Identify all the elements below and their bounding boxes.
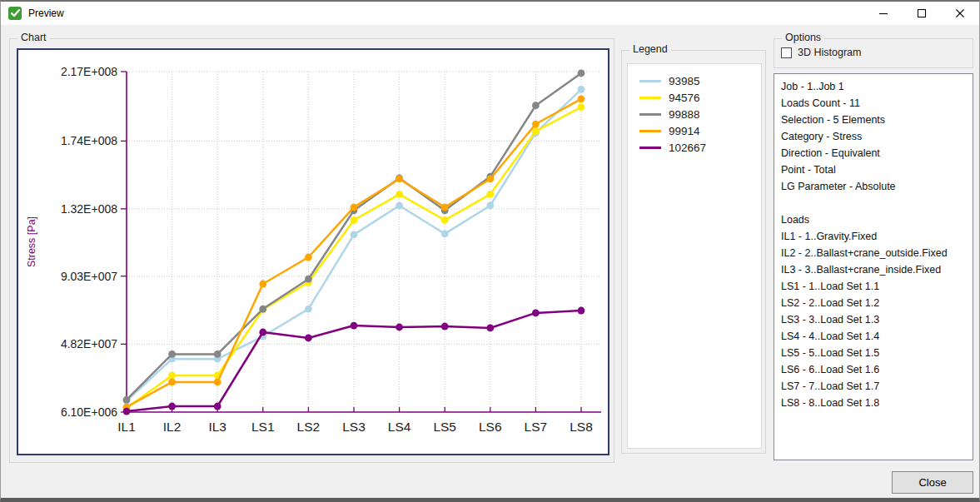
legend-groupbox-label: Legend — [629, 43, 671, 55]
svg-text:4.82E+007: 4.82E+007 — [61, 337, 117, 350]
svg-text:IL3: IL3 — [208, 420, 226, 434]
close-window-button[interactable] — [941, 2, 979, 25]
options-groupbox-label: Options — [782, 32, 824, 43]
legend-series-label: 99914 — [669, 125, 700, 137]
histogram-checkbox[interactable] — [781, 47, 792, 58]
window-title: Preview — [28, 7, 64, 19]
legend-groupbox: Legend 93985945769988899914102667 — [621, 50, 766, 454]
legend-item: 94576 — [628, 89, 761, 106]
svg-text:Stress [Pa]: Stress [Pa] — [26, 216, 37, 267]
legend-item: 99888 — [628, 106, 761, 122]
histogram-checkbox-label: 3D Histogram — [798, 47, 861, 58]
list-item: LG Parameter - Absolute — [774, 178, 973, 195]
svg-text:LS1: LS1 — [251, 420, 275, 434]
legend-series-swatch — [639, 130, 661, 132]
app-checkmark-icon — [8, 7, 22, 20]
list-item: Point - Total — [774, 162, 973, 178]
maximize-button[interactable] — [903, 2, 941, 25]
legend-series-swatch — [639, 147, 661, 149]
svg-text:LS2: LS2 — [297, 420, 321, 434]
list-item: IL3 - 3..Ballast+crane_inside.Fixed — [774, 261, 973, 278]
list-item: Selection - 5 Elements — [774, 112, 973, 128]
list-item: IL1 - 1..Gravity.Fixed — [774, 228, 973, 245]
legend-series-swatch — [639, 113, 661, 116]
svg-text:IL2: IL2 — [163, 420, 182, 434]
svg-text:1.32E+008: 1.32E+008 — [61, 202, 117, 216]
list-item: Loads Count - 11 — [774, 95, 973, 112]
list-item: Job - 1..Job 1 — [774, 78, 973, 95]
close-icon — [955, 8, 965, 18]
svg-text:LS6: LS6 — [479, 420, 502, 434]
minimize-button[interactable] — [864, 2, 903, 25]
svg-text:IL1: IL1 — [117, 420, 136, 434]
minimize-icon — [878, 8, 888, 18]
list-item: IL2 - 2..Ballast+crane_outside.Fixed — [774, 245, 973, 261]
list-item — [774, 195, 973, 211]
list-item: LS2 - 2..Load Set 1.2 — [774, 295, 973, 311]
stress-line-chart: 6.10E+0064.82E+0079.03E+0071.32E+0081.74… — [18, 50, 608, 454]
list-item: LS7 - 7..Load Set 1.7 — [774, 378, 973, 395]
options-groupbox: Options 3D Histogram — [774, 38, 973, 68]
list-item: LS8 - 8..Load Set 1.8 — [774, 395, 973, 411]
title-bar: Preview — [1, 2, 979, 25]
list-item: LS4 - 4..Load Set 1.4 — [774, 328, 973, 345]
dialog-body: Chart 6.10E+0064.82E+0079.03E+0071.32E+0… — [1, 25, 979, 498]
svg-text:1.74E+008: 1.74E+008 — [61, 134, 117, 147]
svg-text:LS8: LS8 — [570, 420, 593, 434]
svg-text:9.03E+007: 9.03E+007 — [61, 270, 117, 283]
chart-groupbox-label: Chart — [17, 32, 50, 43]
list-item: LS5 - 5..Load Set 1.5 — [774, 345, 973, 361]
list-item: LS1 - 1..Load Set 1.1 — [774, 278, 973, 295]
histogram-checkbox-row[interactable]: 3D Histogram — [781, 47, 861, 58]
svg-text:LS3: LS3 — [342, 420, 366, 434]
svg-text:LS7: LS7 — [525, 420, 548, 434]
list-item: LS3 - 3..Load Set 1.3 — [774, 311, 973, 328]
legend-item: 93985 — [628, 72, 761, 89]
svg-text:LS4: LS4 — [388, 420, 411, 434]
info-listbox[interactable]: Job - 1..Job 1Loads Count - 11Selection … — [774, 73, 973, 460]
preview-window: Preview Chart 6. — [0, 0, 980, 502]
legend-item: 99914 — [628, 122, 761, 139]
legend-series-label: 94576 — [669, 92, 700, 104]
chart-canvas: 6.10E+0064.82E+0079.03E+0071.32E+0081.74… — [17, 48, 609, 455]
legend-panel: 93985945769988899914102667 — [627, 63, 762, 449]
legend-item: 102667 — [628, 139, 761, 156]
window-controls — [864, 2, 979, 25]
svg-text:6.10E+006: 6.10E+006 — [61, 405, 117, 419]
close-button[interactable]: Close — [892, 471, 973, 494]
list-item: LS6 - 6..Load Set 1.6 — [774, 361, 973, 378]
legend-series-label: 93985 — [669, 75, 700, 87]
legend-series-swatch — [639, 80, 661, 82]
legend-series-label: 99888 — [669, 108, 700, 121]
list-item: Category - Stress — [774, 128, 973, 145]
list-item: Loads — [774, 211, 973, 228]
svg-text:LS5: LS5 — [433, 420, 456, 434]
chart-groupbox: Chart 6.10E+0064.82E+0079.03E+0071.32E+0… — [9, 38, 614, 463]
legend-series-label: 102667 — [669, 142, 706, 154]
legend-series-swatch — [639, 97, 661, 99]
svg-text:2.17E+008: 2.17E+008 — [61, 65, 117, 78]
list-item: Direction - Equivalent — [774, 145, 973, 162]
maximize-icon — [917, 8, 927, 18]
